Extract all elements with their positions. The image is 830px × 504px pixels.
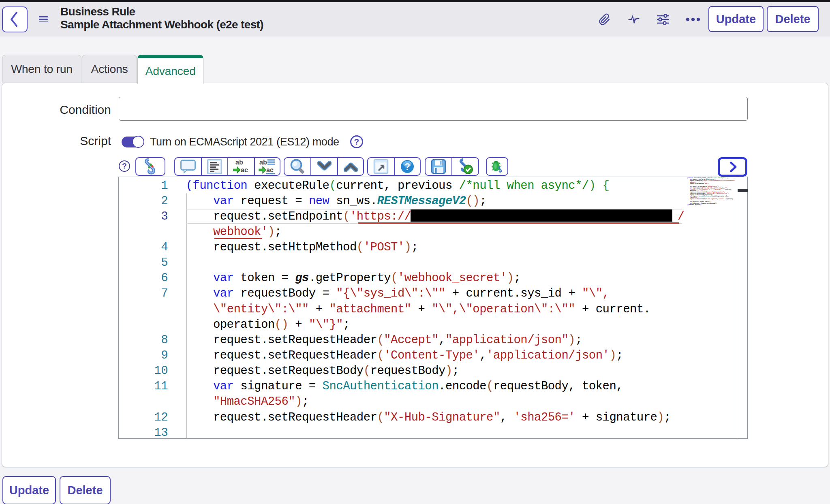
- svg-text:ac: ac: [266, 167, 274, 173]
- svg-text:?: ?: [404, 162, 410, 172]
- svg-text:ab: ab: [235, 159, 243, 166]
- svg-text:ab: ab: [259, 159, 267, 166]
- svg-text:ac: ac: [241, 167, 248, 173]
